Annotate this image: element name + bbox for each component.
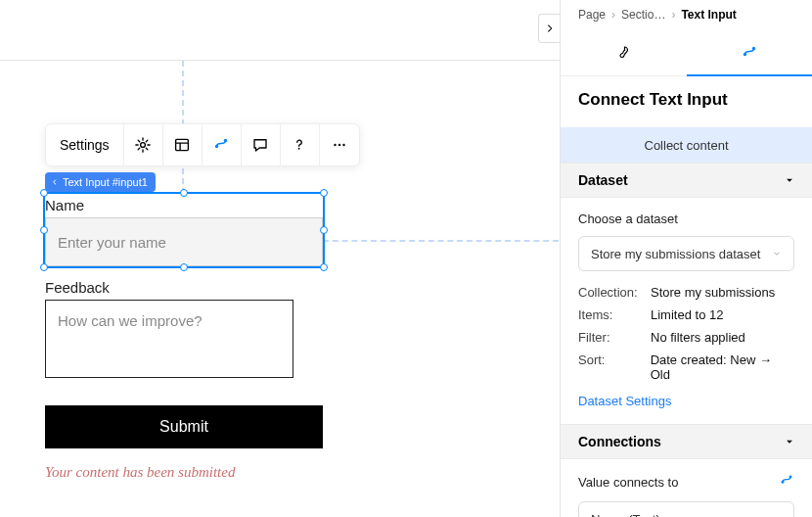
svg-rect-1	[176, 139, 189, 150]
info-collection: Collection: Store my submissions	[578, 285, 794, 300]
info-collection-value: Store my submissions	[651, 285, 775, 300]
layout-icon	[173, 136, 191, 154]
more-button[interactable]	[320, 124, 359, 165]
feedback-placeholder: How can we improve?	[58, 312, 203, 329]
dataset-select[interactable]: Store my submissions dataset	[578, 236, 794, 271]
value-field-select-value: Name (Text)	[591, 512, 660, 518]
breadcrumb-section[interactable]: Sectio…	[621, 8, 665, 22]
chevron-down-icon	[772, 249, 782, 258]
info-items-value: Limited to 12	[651, 307, 723, 322]
settings-button[interactable]: Settings	[46, 124, 124, 165]
connection-indicator[interactable]	[779, 473, 794, 492]
choose-dataset-label: Choose a dataset	[578, 212, 794, 226]
info-collection-key: Collection:	[578, 285, 651, 300]
inspector-panel: Page › Sectio… › Text Input Connect Text…	[560, 0, 812, 517]
breadcrumb-separator: ›	[671, 8, 675, 22]
gear-button[interactable]	[124, 124, 163, 165]
svg-point-4	[298, 148, 300, 150]
caret-down-icon	[785, 175, 794, 185]
connections-accordion-label: Connections	[578, 434, 661, 449]
name-input-placeholder: Enter your name	[58, 234, 166, 251]
submit-status-text: Your content has been submitted	[45, 464, 235, 481]
more-icon	[331, 136, 348, 154]
svg-point-6	[338, 144, 339, 146]
chevron-right-icon	[545, 24, 555, 33]
connect-icon	[779, 473, 794, 489]
info-filter: Filter: No filters applied	[578, 330, 794, 345]
connect-icon	[212, 136, 230, 154]
breadcrumb-page[interactable]: Page	[578, 8, 606, 22]
help-button[interactable]	[281, 124, 320, 165]
horizontal-guide-line	[323, 240, 559, 242]
tab-connect[interactable]	[687, 29, 813, 75]
comment-icon	[251, 136, 269, 154]
svg-point-11	[789, 476, 792, 479]
svg-point-7	[342, 144, 344, 146]
dataset-settings-link[interactable]: Dataset Settings	[578, 394, 671, 408]
svg-point-10	[782, 481, 785, 484]
element-tag-label: Text Input #input1	[63, 176, 148, 188]
panel-collapse-button[interactable]	[538, 14, 560, 43]
info-sort: Sort: Date created: New → Old	[578, 352, 794, 382]
dataset-section: Choose a dataset Store my submissions da…	[561, 198, 812, 424]
connect-icon	[741, 44, 758, 62]
brush-icon	[614, 44, 632, 62]
comment-button[interactable]	[242, 124, 281, 165]
chevron-left-icon	[51, 178, 59, 186]
info-sort-value: Date created: New → Old	[651, 352, 794, 382]
panel-title: Connect Text Input	[561, 76, 812, 127]
layout-button[interactable]	[163, 124, 203, 165]
svg-point-5	[334, 144, 336, 146]
dataset-accordion-label: Dataset	[578, 172, 628, 188]
dataset-accordion[interactable]: Dataset	[561, 163, 812, 198]
tab-design[interactable]	[561, 29, 687, 75]
collect-content-banner[interactable]: Collect content	[561, 127, 812, 163]
editor-canvas: Settings Text Input #input1 Name Enter y…	[0, 0, 560, 517]
info-items-key: Items:	[578, 307, 651, 322]
caret-down-icon	[785, 437, 794, 446]
name-input[interactable]: Enter your name	[45, 217, 323, 266]
svg-point-8	[744, 52, 746, 55]
connect-data-button[interactable]	[203, 124, 242, 165]
info-items: Items: Limited to 12	[578, 307, 794, 322]
name-label: Name	[45, 197, 84, 213]
panel-tabs	[561, 29, 812, 76]
submit-button[interactable]: Submit	[45, 405, 323, 448]
help-icon	[291, 136, 308, 154]
info-filter-key: Filter:	[578, 330, 651, 345]
canvas-top-bar	[0, 0, 560, 61]
feedback-label: Feedback	[45, 279, 110, 296]
element-tag[interactable]: Text Input #input1	[45, 172, 156, 192]
resize-handle-ne[interactable]	[320, 189, 328, 197]
value-connects-label: Value connects to	[578, 475, 678, 490]
connections-section: Value connects to Name (Text)	[561, 459, 812, 517]
gear-icon	[134, 136, 152, 154]
info-filter-value: No filters applied	[651, 330, 745, 345]
element-toolbar: Settings	[45, 123, 360, 166]
svg-point-2	[215, 145, 218, 148]
svg-point-3	[224, 139, 227, 142]
breadcrumb: Page › Sectio… › Text Input	[561, 0, 812, 29]
feedback-textarea[interactable]: How can we improve?	[45, 300, 293, 378]
dataset-select-value: Store my submissions dataset	[591, 247, 760, 261]
breadcrumb-separator: ›	[611, 8, 615, 22]
value-field-select[interactable]: Name (Text)	[578, 501, 794, 517]
breadcrumb-current: Text Input	[681, 8, 736, 22]
connections-accordion[interactable]: Connections	[561, 424, 812, 459]
info-sort-key: Sort:	[578, 352, 651, 382]
svg-point-9	[752, 46, 755, 49]
svg-point-0	[141, 143, 146, 148]
